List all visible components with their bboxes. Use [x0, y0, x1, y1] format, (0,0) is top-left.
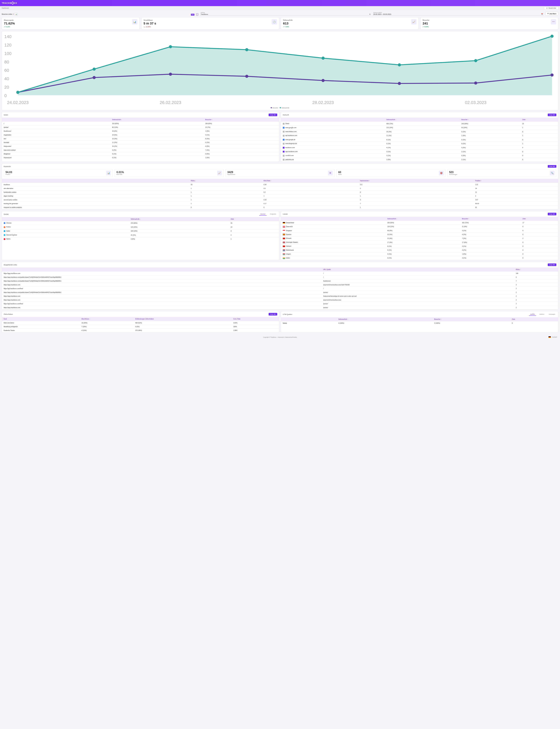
- column-header[interactable]: Besucher ↑: [203, 118, 279, 122]
- table-row[interactable]: r.srvtrck.com 3 (1%)0 (0%)0: [281, 154, 558, 158]
- table-row[interactable]: https://app.trackboxx.com/public/share/T…: [2, 291, 558, 294]
- column-header[interactable]: Seitenaufrufe ↓: [386, 217, 460, 221]
- table-row[interactable]: Firefox 120 (20%)24: [2, 225, 279, 229]
- column-header[interactable]: Abschlüsse ↓: [80, 317, 133, 321]
- table-row[interactable]: Niederlande 6 (1%)4 (2%)0: [281, 248, 558, 252]
- date-range-select[interactable]: Zeitraum wählen 25.02.2023 – 03.03.2023📅: [373, 12, 544, 16]
- table-row[interactable]: Spanien 32 (5%)4 (2%)0: [281, 233, 558, 237]
- column-header[interactable]: [281, 217, 386, 221]
- column-header[interactable]: Besucher ↑: [460, 217, 521, 221]
- tab-quellen[interactable]: Quellen: [529, 313, 536, 316]
- table-row[interactable]: https://app.trackboxx.com/payment/checko…: [2, 283, 558, 287]
- table-row[interactable]: www.linkbux.com 16 (3%)5 (2%)0: [281, 130, 558, 134]
- column-header[interactable]: Besucher ↑: [460, 118, 520, 122]
- table-row[interactable]: https://app.trackboxx.com/payment/checko…: [2, 298, 558, 302]
- visitors-online-chart-icon[interactable]: 📊: [15, 13, 18, 16]
- column-header[interactable]: [2, 217, 129, 221]
- table-row[interactable]: second party cookies10.3333.67: [2, 198, 558, 202]
- legend-item[interactable]: Seitenaufrufe: [280, 107, 289, 109]
- column-header[interactable]: [2, 118, 110, 122]
- tab-medium[interactable]: Medium: [538, 313, 545, 316]
- column-header[interactable]: Seitenaufrufe ↓: [337, 317, 432, 321]
- column-header[interactable]: [281, 317, 337, 321]
- legend-item[interactable]: Besucher: [271, 107, 278, 109]
- table-row[interactable]: /registration23 (5%)3 (1%): [2, 133, 279, 137]
- table-row[interactable]: Singapur 46 (8%)3 (1%)0: [281, 229, 558, 233]
- table-row[interactable]: app.trackboxx.com 3 (1%)2 (1%)0: [281, 150, 558, 154]
- table-row[interactable]: api.trackboxx.com 11 (2%)1 (0%)1: [281, 134, 558, 138]
- show-all-button[interactable]: Zeige alle: [548, 165, 556, 168]
- column-header[interactable]: Goal: [2, 317, 80, 321]
- table-row[interactable]: https://app.trackboxx.com/140: [2, 272, 558, 275]
- column-header[interactable]: URL Quelle: [321, 268, 514, 272]
- table-row[interactable]: www.blogmojo.de 5 (1%)4 (2%)1: [281, 142, 558, 146]
- table-row[interactable]: /blogboxx/6 (1%)0 (0%): [2, 152, 279, 156]
- table-row[interactable]: /impressum/6 (1%)1 (0%): [2, 156, 279, 160]
- filter-button[interactable]: ⧩ Jetzt filtern: [545, 12, 558, 16]
- tab-endgeräte[interactable]: Endgeräte: [269, 213, 277, 216]
- table-row[interactable]: /310 (65%)189 (83%): [2, 122, 279, 126]
- table-row[interactable]: /was-sind-cookies/8 (2%)7 (3%): [2, 148, 279, 152]
- column-header[interactable]: [2, 179, 189, 183]
- table-row[interactable]: Vietnam 8 (1%)3 (1%)0: [281, 244, 558, 248]
- table-row[interactable]: utm alternative10.5224: [2, 187, 558, 190]
- column-header[interactable]: Besucher ↑: [432, 317, 510, 321]
- table-row[interactable]: fastwp4 (100%)2 (100%)0: [281, 321, 558, 325]
- column-header[interactable]: Seitenaufrufe ↓: [385, 118, 460, 122]
- table-row[interactable]: /en/15 (3%)8 (3%): [2, 137, 279, 141]
- table-row[interactable]: /preise/60 (13%)15 (7%): [2, 126, 279, 129]
- table-row[interactable]: Schweiz 22 (4%)7 (3%)2: [281, 237, 558, 241]
- table-row[interactable]: /helpcenter/10 (2%)0 (0%): [2, 145, 279, 148]
- table-row[interactable]: Direct 436 (73%)145 (64%)23: [281, 122, 558, 126]
- pdf-export-button[interactable]: PDF: [191, 14, 194, 16]
- table-row[interactable]: Kostenlos Testen4 (15%)370 (48%)1.08%: [2, 329, 279, 332]
- table-row[interactable]: Opera 3 (0%)1: [2, 237, 279, 241]
- column-header[interactable]: Einblendungen Zielvorhaben: [133, 317, 231, 321]
- tab-kampagne[interactable]: Kampagne: [548, 313, 556, 316]
- column-header[interactable]: Seitenaufrufe ↓: [129, 217, 229, 221]
- table-row[interactable]: www.google.de 6 (1%)5 (2%)0: [281, 138, 558, 142]
- table-row[interactable]: Internet Explorer 20 (3%)0: [2, 233, 279, 237]
- table-row[interactable]: Chrome 370 (60%)33: [2, 221, 279, 225]
- table-row[interactable]: trackboxx.com 4 (1%)0 (0%)0: [281, 146, 558, 150]
- table-row[interactable]: /kontakt/11 (2%)5 (2%): [2, 141, 279, 145]
- show-all-button[interactable]: Zeige alle: [269, 114, 277, 116]
- column-header[interactable]: Ziele: [510, 317, 558, 321]
- table-row[interactable]: Indien 4 (1%)3 (1%)0: [281, 256, 558, 260]
- table-row[interactable]: Österreich 129 (22%)21 (9%)6: [281, 225, 558, 229]
- column-header[interactable]: Ziele: [229, 217, 279, 221]
- show-all-button[interactable]: Zeige alle: [548, 213, 556, 215]
- column-header[interactable]: Ziele: [520, 118, 558, 122]
- table-row[interactable]: https://api.trackboxx.com/free//preise/2: [2, 302, 558, 306]
- column-header[interactable]: Conv. Rate: [231, 317, 279, 321]
- table-row[interactable]: https://app.trackboxx.com/preise/2: [2, 306, 558, 310]
- table-row[interactable]: https://api.trackboxx.com/free//2: [2, 287, 558, 291]
- table-row[interactable]: trackboxx550.342111.01: [2, 183, 558, 187]
- column-header[interactable]: Position ↑: [474, 179, 558, 183]
- table-row[interactable]: Klick Live Demo16 (59%)408 (52%)3.92%: [2, 321, 279, 325]
- table-row[interactable]: Vereinigte Staaten 17 (3%)17 (8%)0: [281, 241, 558, 244]
- kpi-icon[interactable]: 📊: [132, 19, 137, 25]
- column-header[interactable]: Klicks ↑: [514, 268, 558, 272]
- column-header[interactable]: [2, 268, 321, 272]
- website-select[interactable]: Website Trackboxx▾: [200, 12, 371, 16]
- table-row[interactable]: tracking link generator10.17766.83: [2, 202, 558, 206]
- table-row[interactable]: paidclicks.de 2 (0%)2 (1%)0: [281, 158, 558, 162]
- imprint-link[interactable]: Impressum: [278, 337, 284, 338]
- table-row[interactable]: https://app.trackboxx.com/helpcenter/ben…: [2, 294, 558, 298]
- table-row[interactable]: www.google.com 110 (18%)63 (28%)1: [281, 126, 558, 130]
- table-row[interactable]: funktionelle cookies10.2611: [2, 190, 558, 194]
- table-row[interactable]: Safari 100 (16%)4: [2, 229, 279, 233]
- show-all-button[interactable]: Zeige alle: [548, 264, 556, 266]
- privacy-link[interactable]: Datenschutzhinweis: [285, 337, 297, 338]
- list-export-button[interactable]: ≡: [196, 13, 198, 16]
- column-header[interactable]: Impressionen ↑: [358, 179, 474, 183]
- boxed-view-toggle[interactable]: 🏷 Boxed view: [544, 7, 558, 10]
- column-header[interactable]: Ziele: [521, 217, 558, 221]
- column-header[interactable]: [281, 118, 385, 122]
- column-header[interactable]: Klick Rate ↑: [262, 179, 358, 183]
- show-all-button[interactable]: Zeige alle: [269, 313, 277, 316]
- kpi-icon[interactable]: 🕑: [272, 19, 277, 25]
- table-row[interactable]: Ungarn 4 (1%)1 (0%)0: [281, 252, 558, 256]
- table-row[interactable]: https://app.trackboxx.com/public/share/T…: [2, 279, 558, 283]
